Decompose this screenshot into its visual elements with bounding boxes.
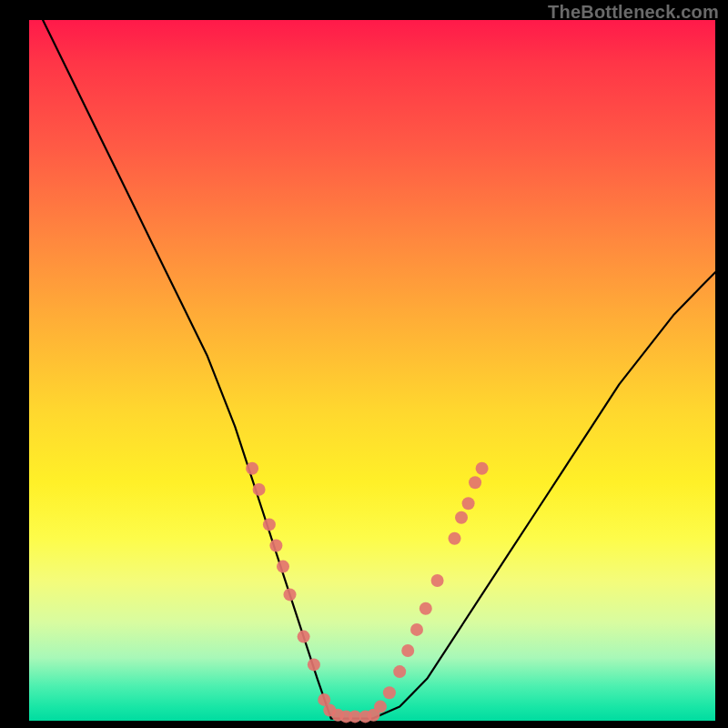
watermark-text: TheBottleneck.com [548, 2, 719, 23]
chart-plot-area [29, 20, 715, 721]
